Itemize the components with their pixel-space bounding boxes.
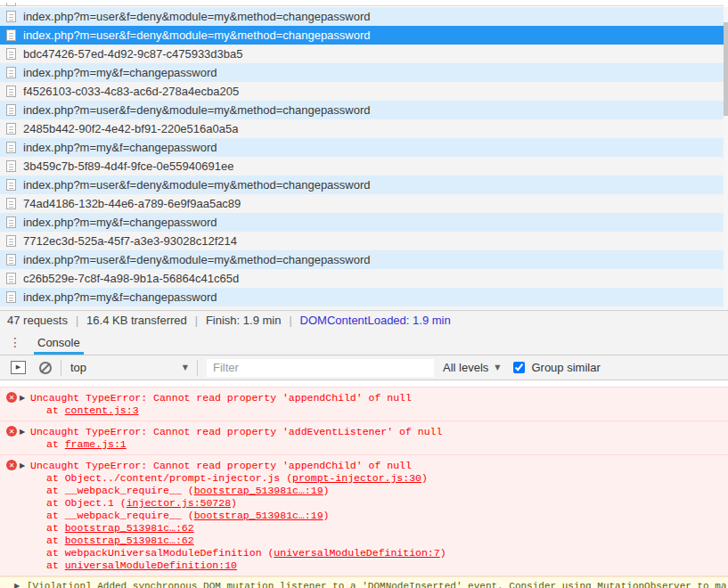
chevron-down-icon: ▼	[183, 363, 188, 372]
console-error-message: ✕▶Uncaught TypeError: Cannot read proper…	[0, 455, 728, 576]
console-error-message: ✕▶Uncaught TypeError: Cannot read proper…	[0, 387, 728, 421]
request-name: 2485b442-90f2-4e42-bf91-220e516a0a5a	[23, 122, 238, 135]
stack-frame: at __webpack_require__ (bootstrap_513981…	[0, 485, 728, 497]
network-request-row[interactable]: 74ad4186-132b-44e6-a789-6e9f9aa5ac89	[0, 194, 724, 213]
document-icon	[6, 291, 16, 303]
source-link[interactable]: bootstrap_513981c…:19	[194, 485, 323, 496]
stack-frame: at content.js:3	[0, 404, 728, 417]
stack-frame: at Object.1 (injector.js:50728)	[0, 497, 728, 510]
devtools-window: index.php?m=user&f=deny&module=my&method…	[0, 0, 728, 588]
stack-frame: at bootstrap_513981c…:62	[0, 535, 728, 547]
network-request-row[interactable]: index.php?m=user&f=deny&module=my&method…	[0, 7, 724, 26]
console-sidebar-toggle-icon[interactable]: ▶	[11, 361, 26, 374]
network-request-row[interactable]: index.php?m=my&f=changepassword	[0, 138, 724, 157]
scrollbar-thumb[interactable]	[724, 22, 728, 116]
document-icon	[6, 198, 16, 209]
console-messages: ✕▶Uncaught TypeError: Cannot read proper…	[0, 381, 728, 588]
network-request-row[interactable]: bdc47426-57ed-4d92-9c87-c475933d3ba5	[0, 45, 724, 63]
document-icon	[6, 142, 16, 153]
stack-frame: at webpackUniversalModuleDefinition (uni…	[0, 547, 728, 559]
group-similar-checkbox[interactable]	[513, 362, 525, 373]
toolbar-divider	[61, 360, 61, 376]
source-link[interactable]: frame.js:1	[65, 438, 127, 450]
stack-frame: at universalModuleDefinition:10	[0, 559, 728, 572]
source-link[interactable]: universalModuleDefinition:7	[274, 547, 439, 559]
expand-triangle-icon[interactable]: ▶	[20, 459, 25, 472]
error-icon: ✕	[6, 460, 17, 470]
network-request-row[interactable]: index.php?m=my&f=changepassword	[0, 213, 724, 232]
request-name: index.php?m=user&f=deny&module=my&method…	[23, 253, 371, 266]
network-request-row[interactable]: index.php?m=user&f=deny&module=my&method…	[0, 101, 724, 119]
expand-triangle-icon[interactable]: ▶	[20, 391, 25, 404]
request-name: index.php?m=my&f=changepassword	[23, 290, 217, 304]
document-icon	[6, 179, 16, 191]
network-summary-bar: 47 requests | 16.4 KB transferred | Fini…	[0, 310, 728, 330]
request-name: 3b459c7b-5f89-4d4f-9fce-0e55940691ee	[23, 159, 233, 173]
network-request-row[interactable]: index.php?m=my&f=changepassword	[0, 63, 724, 82]
network-request-row[interactable]: index.php?m=user&f=deny&module=my&method…	[0, 176, 724, 194]
document-icon	[6, 273, 16, 284]
error-icon: ✕	[6, 426, 17, 437]
request-name: index.php?m=user&f=deny&module=my&method…	[23, 178, 371, 192]
expand-triangle-icon[interactable]: ▶	[20, 425, 25, 438]
transferred-size: 16.4 KB transferred	[86, 314, 187, 327]
source-link[interactable]: bootstrap_513981c…:62	[65, 535, 194, 546]
source-link[interactable]: universalModuleDefinition:10	[65, 559, 237, 571]
source-link[interactable]: content.js:3	[65, 404, 139, 416]
request-name: index.php?m=user&f=deny&module=my&method…	[23, 29, 371, 42]
document-icon	[6, 86, 16, 97]
document-icon	[6, 254, 16, 265]
document-icon	[6, 29, 16, 41]
request-name: index.php?m=my&f=changepassword	[23, 141, 217, 154]
error-text: Uncaught TypeError: Cannot read property…	[30, 426, 442, 437]
network-request-row[interactable]: index.php?m=user&f=deny&module=my&method…	[0, 26, 724, 45]
chevron-down-icon: ▼	[495, 363, 500, 372]
network-request-row[interactable]: index.php?m=user&f=deny&module=my&method…	[0, 250, 724, 269]
error-text: Uncaught TypeError: Cannot read property…	[30, 392, 412, 404]
network-request-row[interactable]: 2485b442-90f2-4e42-bf91-220e516a0a5a	[0, 119, 724, 138]
request-name: 74ad4186-132b-44e6-a789-6e9f9aa5ac89	[23, 197, 241, 210]
network-request-row[interactable]: c26b529e-7c8f-4a98-9b1a-56864c41c65d	[0, 269, 724, 288]
network-request-row[interactable]: 7712ec3d-525a-45f7-a3e3-93028c12f214	[0, 232, 724, 250]
source-link[interactable]: injector.js:50728	[127, 497, 231, 509]
stack-frame: at __webpack_require__ (bootstrap_513981…	[0, 510, 728, 522]
source-link[interactable]: bootstrap_513981c…:19	[194, 510, 323, 521]
clear-console-icon[interactable]	[39, 362, 52, 374]
console-toolbar: ▶ top ▼ All levels ▼ Group similar	[0, 355, 728, 380]
network-request-row[interactable]: f4526103-c033-4c83-ac6d-278a4ecba205	[0, 82, 724, 101]
log-levels-dropdown[interactable]: All levels ▼	[443, 361, 500, 374]
source-link[interactable]: bootstrap_513981c…:62	[65, 522, 194, 534]
execution-context-selector[interactable]: top ▼	[70, 361, 188, 374]
stack-frame: at frame.js:1	[0, 438, 728, 451]
filter-input[interactable]	[207, 359, 434, 377]
network-request-row[interactable]: index.php?m=my&f=changepassword	[0, 288, 724, 306]
request-name: index.php?m=user&f=deny&module=my&method…	[23, 10, 371, 23]
document-icon	[6, 11, 16, 22]
request-name: f4526103-c033-4c83-ac6d-278a4ecba205	[23, 85, 239, 98]
dom-content-loaded-time: DOMContentLoaded: 1.9 min	[300, 314, 451, 327]
request-name: index.php?m=my&f=changepassword	[23, 216, 217, 229]
finish-time: Finish: 1.9 min	[206, 314, 282, 327]
console-tabbar: ⋮ Console	[0, 330, 728, 355]
document-icon	[6, 3, 16, 6]
expand-triangle-icon[interactable]: ▶	[14, 580, 20, 588]
document-icon	[6, 235, 16, 247]
network-scrollbar[interactable]	[724, 7, 728, 310]
more-options-menu-icon[interactable]: ⋮	[0, 330, 30, 355]
document-icon	[6, 104, 16, 116]
request-name: c26b529e-7c8f-4a98-9b1a-56864c41c65d	[23, 272, 239, 285]
log-levels-label: All levels	[443, 361, 488, 374]
violation-text: [Violation] Added synchronous DOM mutati…	[27, 581, 727, 588]
request-name: 7712ec3d-525a-45f7-a3e3-93028c12f214	[23, 234, 237, 248]
request-name: index.php?m=user&f=deny&module=my&method…	[23, 103, 371, 117]
source-link[interactable]: prompt-injector.js:30	[292, 472, 421, 484]
network-row-partial-top	[0, 0, 724, 6]
toolbar-divider	[197, 360, 198, 376]
network-request-row[interactable]: 3b459c7b-5f89-4d4f-9fce-0e55940691ee	[0, 157, 724, 176]
document-icon	[6, 48, 16, 60]
document-icon	[6, 216, 16, 228]
request-name: index.php?m=my&f=changepassword	[23, 66, 217, 79]
tab-console[interactable]: Console	[34, 330, 84, 355]
document-icon	[6, 67, 16, 78]
summary-separator: |	[289, 314, 291, 327]
